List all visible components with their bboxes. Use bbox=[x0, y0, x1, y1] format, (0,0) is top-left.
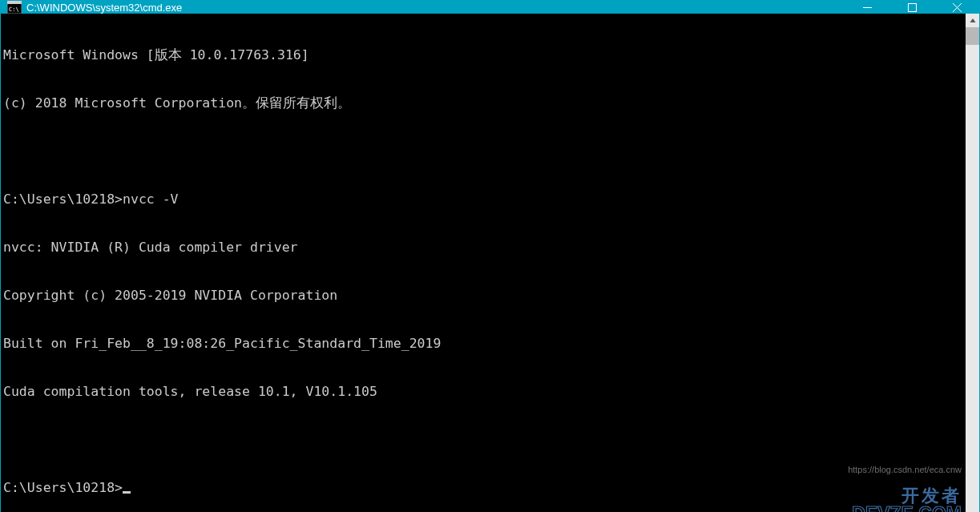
terminal-line: nvcc: NVIDIA (R) Cuda compiler driver bbox=[3, 240, 966, 256]
terminal-line: Copyright (c) 2005-2019 NVIDIA Corporati… bbox=[3, 288, 966, 304]
terminal-line: Microsoft Windows [版本 10.0.17763.316] bbox=[3, 47, 966, 63]
window-title: C:\WINDOWS\system32\cmd.exe bbox=[26, 2, 845, 14]
minimize-button[interactable] bbox=[845, 1, 889, 14]
cmd-icon: C:\ bbox=[7, 1, 22, 14]
maximize-button[interactable] bbox=[889, 1, 934, 14]
svg-marker-7 bbox=[970, 18, 975, 22]
svg-rect-4 bbox=[908, 3, 916, 11]
svg-rect-1 bbox=[7, 1, 22, 4]
window-controls bbox=[845, 1, 979, 14]
terminal-cursor bbox=[123, 491, 131, 494]
terminal-line: (c) 2018 Microsoft Corporation。保留所有权利。 bbox=[3, 95, 966, 111]
scroll-track[interactable] bbox=[966, 27, 979, 512]
svg-text:C:\: C:\ bbox=[9, 6, 19, 13]
terminal-line bbox=[3, 432, 966, 448]
terminal-prompt-line: C:\Users\10218> bbox=[3, 480, 966, 496]
close-button[interactable] bbox=[934, 1, 979, 14]
terminal-line bbox=[3, 143, 966, 159]
scroll-up-button[interactable] bbox=[966, 14, 979, 27]
titlebar[interactable]: C:\ C:\WINDOWS\system32\cmd.exe bbox=[1, 1, 979, 14]
terminal-line: Cuda compilation tools, release 10.1, V1… bbox=[3, 384, 966, 400]
terminal-prompt: C:\Users\10218> bbox=[3, 480, 123, 495]
content-area: Microsoft Windows [版本 10.0.17763.316] (c… bbox=[1, 14, 979, 512]
terminal-output[interactable]: Microsoft Windows [版本 10.0.17763.316] (c… bbox=[1, 14, 966, 512]
cmd-window: C:\ C:\WINDOWS\system32\cmd.exe Microsof… bbox=[0, 0, 980, 512]
terminal-line: C:\Users\10218>nvcc -V bbox=[3, 191, 966, 208]
scroll-thumb[interactable] bbox=[966, 27, 979, 45]
vertical-scrollbar[interactable] bbox=[966, 14, 979, 512]
terminal-line: Built on Fri_Feb__8_19:08:26_Pacific_Sta… bbox=[3, 336, 966, 352]
